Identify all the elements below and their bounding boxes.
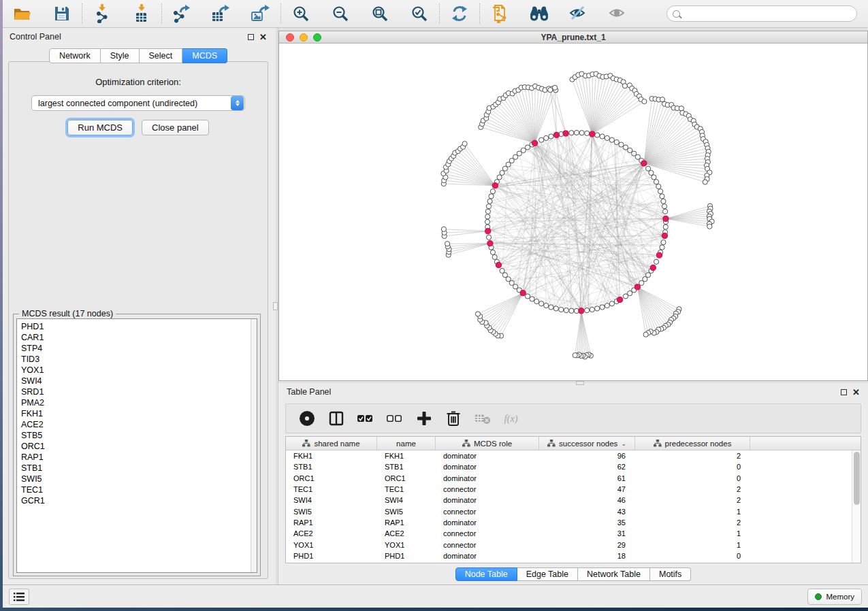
tab-edge-table[interactable]: Edge Table: [517, 567, 578, 581]
graph-node[interactable]: [530, 297, 534, 301]
search-input[interactable]: [684, 9, 851, 18]
graph-node[interactable]: [595, 306, 600, 311]
graph-node[interactable]: [609, 301, 614, 306]
mcds-result-item[interactable]: GCR1: [21, 495, 257, 506]
graph-node[interactable]: [585, 308, 590, 313]
graph-node[interactable]: [619, 142, 624, 147]
hide-eye-icon[interactable]: [568, 3, 589, 24]
table-row[interactable]: TEC1TEC1connector472: [286, 484, 852, 495]
graph-dominator-node[interactable]: [579, 308, 584, 314]
graph-node[interactable]: [485, 214, 490, 219]
graph-leaf-node[interactable]: [441, 227, 446, 231]
open-file-icon[interactable]: [12, 3, 33, 24]
graph-node[interactable]: [506, 277, 511, 282]
table-row[interactable]: YOX1YOX1connector291: [286, 539, 852, 550]
graph-dominator-node[interactable]: [532, 140, 537, 146]
zoom-in-icon[interactable]: [291, 3, 311, 24]
graph-dominator-node[interactable]: [590, 131, 595, 137]
task-history-button[interactable]: [9, 589, 29, 605]
panel-columns-icon[interactable]: [327, 410, 345, 427]
column-header-name[interactable]: name: [377, 437, 436, 450]
mcds-result-item[interactable]: STB1: [21, 463, 257, 474]
graph-dominator-node[interactable]: [485, 229, 491, 234]
mcds-result-item[interactable]: TEC1: [21, 484, 257, 495]
close-panel-button[interactable]: Close panel: [142, 120, 209, 135]
graph-node[interactable]: [628, 291, 632, 295]
graph-dominator-node[interactable]: [520, 291, 526, 296]
column-header-MCDS-role[interactable]: MCDS role: [436, 437, 539, 450]
graph-node[interactable]: [487, 199, 492, 203]
graph-leaf-node[interactable]: [622, 84, 627, 88]
float-table-panel-icon[interactable]: [841, 389, 847, 395]
mcds-result-item[interactable]: STP4: [21, 343, 257, 354]
graph-node[interactable]: [600, 305, 605, 310]
graph-node[interactable]: [549, 134, 553, 139]
table-row[interactable]: FKH1FKH1dominator962: [286, 450, 852, 461]
graph-leaf-node[interactable]: [462, 142, 467, 146]
graph-node[interactable]: [661, 199, 666, 203]
graph-dominator-node[interactable]: [641, 161, 647, 166]
mcds-result-item[interactable]: ACE2: [21, 419, 257, 430]
graph-node[interactable]: [489, 194, 494, 199]
close-panel-icon[interactable]: ✕: [259, 34, 267, 40]
graph-node[interactable]: [662, 204, 666, 209]
zoom-out-icon[interactable]: [330, 3, 351, 24]
graph-dominator-node[interactable]: [617, 297, 622, 302]
network-canvas[interactable]: [279, 44, 867, 380]
graph-node[interactable]: [658, 189, 662, 194]
graph-node[interactable]: [539, 301, 544, 306]
table-scrollbar-thumb[interactable]: [854, 452, 860, 505]
graph-node[interactable]: [492, 254, 497, 259]
graph-dominator-node[interactable]: [496, 262, 501, 267]
graph-leaf-node[interactable]: [642, 99, 647, 104]
graph-node[interactable]: [628, 148, 632, 152]
graph-dominator-node[interactable]: [650, 265, 656, 270]
float-panel-icon[interactable]: [248, 34, 254, 40]
graph-dominator-node[interactable]: [656, 252, 662, 258]
graph-node[interactable]: [569, 308, 574, 313]
mcds-result-item[interactable]: YOX1: [21, 365, 257, 376]
tab-motifs[interactable]: Motifs: [650, 567, 691, 581]
graph-dominator-node[interactable]: [563, 131, 568, 136]
graph-node[interactable]: [595, 133, 600, 137]
graph-node[interactable]: [579, 131, 584, 135]
graph-node[interactable]: [649, 170, 654, 175]
graph-node[interactable]: [654, 259, 658, 264]
graph-node[interactable]: [605, 303, 609, 308]
graph-node[interactable]: [564, 308, 568, 313]
graph-node[interactable]: [661, 240, 666, 245]
graph-leaf-node[interactable]: [445, 242, 449, 246]
table-splitter-grip[interactable]: [576, 381, 584, 385]
table-row[interactable]: SWI4SWI4dominator462: [286, 495, 852, 506]
graph-node[interactable]: [590, 307, 594, 312]
graph-leaf-node[interactable]: [475, 312, 480, 316]
graph-leaf-node[interactable]: [703, 180, 707, 184]
graph-node[interactable]: [654, 180, 658, 184]
run-mcds-button[interactable]: Run MCDS: [67, 120, 133, 135]
import-table-icon[interactable]: [131, 3, 152, 24]
graph-node[interactable]: [544, 303, 549, 308]
eye-disabled-icon[interactable]: [608, 3, 628, 24]
graph-node[interactable]: [585, 131, 590, 135]
tab-mcds[interactable]: MCDS: [182, 48, 227, 63]
tab-select[interactable]: Select: [140, 48, 183, 63]
zoom-fit-icon[interactable]: [370, 3, 390, 24]
graph-node[interactable]: [645, 273, 650, 278]
graph-node[interactable]: [534, 299, 539, 303]
mcds-result-item[interactable]: SRD1: [21, 386, 257, 397]
graph-node[interactable]: [500, 268, 504, 273]
mcds-result-list[interactable]: PHD1CAR1STP4TID3YOX1SWI4SRD1PMA2FKH1ACE2…: [16, 318, 257, 573]
graph-node[interactable]: [490, 189, 495, 194]
graph-node[interactable]: [574, 130, 579, 135]
graph-node[interactable]: [485, 219, 489, 224]
graph-leaf-node[interactable]: [573, 352, 577, 357]
share-document-icon[interactable]: [489, 3, 510, 24]
tab-node-table[interactable]: Node Table: [455, 567, 517, 581]
table-row[interactable]: PHD1PHD1dominator180: [286, 550, 852, 561]
table-row[interactable]: ORC1ORC1dominator610: [286, 473, 852, 484]
graph-leaf-node[interactable]: [660, 97, 664, 102]
graph-node[interactable]: [663, 209, 668, 214]
graph-node[interactable]: [521, 148, 526, 152]
graph-node[interactable]: [645, 166, 650, 171]
graph-node[interactable]: [525, 294, 530, 299]
